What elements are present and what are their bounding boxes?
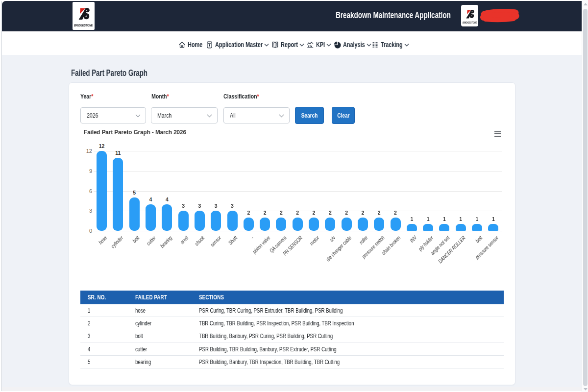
report-icon [271,41,279,49]
scrollbar-down-arrow-icon[interactable] [584,388,588,391]
chart-bar[interactable] [227,211,238,231]
bar-value-label: 12 [94,143,110,149]
bar-value-label: 1 [452,216,469,222]
chevron-down-icon [207,114,212,118]
chart-bar[interactable] [244,218,254,231]
nav-item-kpi[interactable]: KPI [307,40,331,49]
bar-value-label: 2 [306,210,322,216]
chevron-down-icon [299,44,304,47]
nav-item-analysis[interactable]: Analysis [334,40,371,49]
required-asterisk: * [167,93,169,100]
main-navigation: Home Application Master [2,31,582,55]
y-axis-label: 0 [75,228,92,234]
bar-value-label: 2 [240,210,257,216]
page-title: Failed Part Pareto Graph [71,68,172,78]
chart-bar[interactable] [129,197,140,231]
nav-item-application-master[interactable]: Application Master [206,40,269,49]
nav-label: Tracking [381,40,403,49]
x-axis-line [94,231,502,231]
chart-bar[interactable] [195,211,205,231]
chart-bar[interactable] [472,224,482,231]
chart-bar[interactable] [488,224,498,231]
chart-bar[interactable] [358,218,368,231]
table-row[interactable]: 5 bearing PSR Building, Banbury, TBR Ins… [80,356,504,368]
cell-sections: PSR Curing, TBR Curing, PSR Extruder, TB… [199,307,504,314]
cell-failed-part: bearing [135,359,199,366]
classification-select-value: All [230,112,236,119]
redacted-username-scribble [479,9,521,24]
scrollbar-thumb[interactable] [583,9,588,386]
required-asterisk: * [257,93,259,100]
chart-bar[interactable] [146,204,156,231]
chart-bar[interactable] [113,158,123,231]
y-axis-label: 9 [75,168,92,174]
bar-value-label: 2 [371,210,388,216]
month-select[interactable]: March [151,107,218,123]
table-row[interactable]: 3 bolt TBR Building, Banbury, PSR Curing… [80,330,504,343]
vertical-scrollbar[interactable] [582,0,588,392]
month-select-value: March [157,112,172,119]
chart-context-menu-icon[interactable] [494,131,501,138]
table-row[interactable]: 4 cutter PSR Building, TBR Building, Ban… [80,343,504,356]
cell-sr-no: 1 [80,307,135,314]
home-icon [178,41,186,49]
nav-label: Report [281,40,298,49]
chart-bar[interactable] [391,218,401,231]
chart-bar[interactable] [211,211,221,231]
chart-bar[interactable] [342,218,352,231]
nav-item-report[interactable]: Report [271,40,304,49]
bridgestone-logo-left: BRIDGESTONE [73,2,95,30]
nav-label: Analysis [343,40,365,49]
chart-bar[interactable] [178,211,189,231]
y-axis-label: 12 [75,148,92,154]
cell-failed-part: hose [135,307,199,314]
chart-bar[interactable] [407,224,417,231]
chart-bar[interactable] [309,218,319,231]
chart-bar[interactable] [260,218,270,231]
bar-value-label: 4 [159,196,175,202]
chart-bar[interactable] [374,218,384,231]
y-axis-label: 3 [75,208,92,214]
bridgestone-wordmark: BRIDGESTONE [461,21,475,24]
chevron-down-icon [264,44,269,47]
tracking-icon [371,41,379,49]
month-label: Month* [151,93,174,100]
table-row[interactable]: 1 hose PSR Curing, TBR Curing, PSR Extru… [80,304,504,317]
classification-select[interactable]: All [223,107,290,123]
bridgestone-wordmark: BRIDGESTONE [73,24,91,27]
nav-label: Application Master [215,40,263,49]
chart-gridline [94,171,502,172]
clear-button[interactable]: Clear [332,107,355,124]
year-select[interactable]: 2026 [80,107,146,123]
bar-value-label: 3 [191,203,208,209]
failed-part-table: SR. NO. FAILED PART SECTIONS 1 hose PSR … [80,291,504,368]
cell-sections: PSR Building, Banbury, TBR Inspection, T… [199,359,504,366]
bar-value-label: 4 [143,196,159,202]
top-header-bar: BRIDGESTONE Breakdown Maintenance Applic… [2,1,582,31]
bar-value-label: 2 [322,210,339,216]
chart-title: Failed Part Pareto Graph - March 2026 [84,128,199,136]
nav-item-home[interactable]: Home [178,40,202,49]
classification-label: Classification* [223,93,269,100]
chart-bar[interactable] [276,218,286,231]
bar-value-label: 2 [257,210,273,216]
main-content: Failed Part Pareto Graph Year* Month* Cl… [2,55,582,387]
bottom-strip [2,387,582,391]
nav-item-tracking[interactable]: Tracking [371,40,409,49]
chart-bar[interactable] [439,224,449,231]
chart-bar[interactable] [97,151,107,231]
chart-bar[interactable] [325,218,335,231]
chart-bar[interactable] [456,224,466,231]
analysis-pie-icon [334,41,341,49]
chart-bar[interactable] [423,224,433,231]
chart-bar[interactable] [162,204,172,231]
col-failed-part: FAILED PART [135,294,199,301]
table-row[interactable]: 2 cylinder TBR Curing, TBR Building, PSR… [80,317,504,330]
chart-gridline [94,191,502,192]
cell-sections: TBR Curing, TBR Building, PSR Inspection… [199,320,504,327]
scrollbar-up-arrow-icon[interactable] [584,3,588,5]
app-window: BRIDGESTONE Breakdown Maintenance Applic… [2,1,582,391]
search-button[interactable]: Search [295,107,324,124]
chart-bar[interactable] [293,218,303,231]
cell-sections: PSR Building, TBR Building, Banbury, PSR… [199,346,504,353]
